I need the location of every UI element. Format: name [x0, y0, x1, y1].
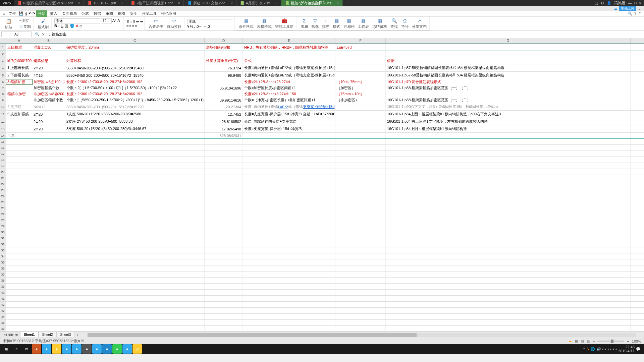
cell[interactable]	[386, 145, 631, 150]
cell[interactable]	[243, 247, 335, 253]
cell[interactable]: 个数：[（5850-200-250-1.5*700*2）/200+1]ᵀ+[（8…	[65, 97, 205, 103]
cell[interactable]: 16G101-1 p84上图：楼层框架梁KL纵向钢筋构造，p90右下角文字注3	[386, 111, 631, 118]
cell[interactable]	[6, 320, 32, 325]
row-header[interactable]: 45	[0, 320, 6, 325]
row-header[interactable]: 25	[0, 199, 6, 205]
cell[interactable]	[205, 157, 243, 163]
cell[interactable]	[243, 169, 335, 175]
cell[interactable]	[205, 181, 243, 187]
start-button[interactable]: ⊞	[1, 344, 11, 354]
row-header[interactable]: 8	[0, 91, 6, 97]
table-fmt-button[interactable]: ▦表格样式	[256, 17, 273, 30]
cell[interactable]	[6, 314, 32, 319]
cell[interactable]	[386, 211, 631, 217]
taskbar-app-5[interactable]: ●	[72, 344, 82, 354]
cell[interactable]	[243, 199, 335, 205]
doc-tab-3[interactable]: 📘新建 DOC 文档.doc×	[184, 0, 236, 6]
cell[interactable]	[335, 187, 386, 193]
cell[interactable]	[6, 125, 32, 132]
cell[interactable]: 2Φ20	[32, 64, 65, 71]
select-all-corner[interactable]	[0, 38, 6, 43]
cell[interactable]	[65, 199, 205, 205]
cell[interactable]	[335, 157, 386, 163]
filter-button[interactable]: ▽筛选	[310, 17, 320, 30]
cell[interactable]	[243, 253, 335, 259]
cell[interactable]	[335, 133, 386, 138]
percent-icon[interactable]: %	[190, 24, 193, 28]
row-header[interactable]: 10	[0, 103, 6, 110]
col-header-E[interactable]: E	[243, 38, 335, 43]
cell[interactable]	[335, 253, 386, 259]
share-button[interactable]: ↗分享文档	[411, 17, 428, 30]
cell[interactable]	[205, 169, 243, 175]
sheet-button[interactable]: ▦工作表	[357, 17, 370, 30]
cell[interactable]	[335, 169, 386, 175]
cell[interactable]	[386, 217, 631, 223]
view-normal-icon[interactable]: ▦	[575, 339, 578, 343]
cell[interactable]: 5850+8450-200-200+(500-20+15*20)*2=15460	[65, 64, 205, 71]
cell[interactable]	[335, 181, 386, 187]
fill-color-button[interactable]: 🪣	[70, 24, 74, 29]
taskbar-app-4[interactable]: ●	[62, 344, 71, 354]
cell[interactable]: 2Φ20	[32, 118, 65, 125]
cell[interactable]	[335, 103, 386, 110]
cell[interactable]	[335, 265, 386, 271]
row-header[interactable]: 15	[0, 139, 6, 144]
cell[interactable]	[386, 169, 631, 175]
doc-tab-4[interactable]: 📗4月排班表.xlsx×	[236, 0, 281, 6]
cell[interactable]	[243, 259, 335, 265]
col-header-A[interactable]: A	[6, 38, 32, 43]
taskbar-app-2[interactable]: ●	[42, 344, 51, 354]
cell[interactable]	[386, 229, 631, 235]
cell[interactable]: 长度=跨内通长+直锚LaE*2或（弯锚支座宽-保护层+15d)*2	[243, 64, 335, 71]
cell[interactable]	[65, 51, 205, 57]
cell[interactable]	[386, 199, 631, 205]
cell[interactable]	[32, 205, 65, 211]
cell[interactable]	[65, 205, 205, 211]
decrease-font-icon[interactable]: A⁻	[117, 18, 122, 23]
cell[interactable]	[6, 235, 32, 241]
cell[interactable]	[6, 118, 32, 125]
cell[interactable]	[6, 139, 32, 144]
cell[interactable]: 非加密区 Φ8@200（2）	[32, 91, 65, 97]
cell[interactable]	[205, 259, 243, 265]
cell[interactable]	[6, 181, 32, 187]
cell[interactable]	[335, 175, 386, 181]
cell[interactable]	[6, 145, 32, 150]
cell[interactable]	[6, 272, 32, 277]
cell[interactable]	[6, 163, 32, 169]
col-header-F[interactable]: F	[335, 38, 386, 43]
cell[interactable]	[386, 308, 631, 313]
cell[interactable]	[32, 199, 65, 205]
row-header[interactable]: 27	[0, 211, 6, 217]
tray-expand-icon[interactable]: ^	[583, 347, 585, 351]
cell[interactable]	[243, 175, 335, 181]
freeze-button[interactable]: ▦冻结窗格	[371, 17, 388, 30]
cell[interactable]	[205, 163, 243, 169]
cond-fmt-button[interactable]: ▦条件格式	[237, 17, 255, 30]
increase-font-icon[interactable]: A⁺	[112, 18, 117, 23]
menu-icon[interactable]: ≡	[3, 12, 5, 16]
dec-dec-icon[interactable]: ←.0	[203, 24, 210, 28]
cell[interactable]	[386, 278, 631, 283]
row-header[interactable]: 40	[0, 290, 6, 295]
cell[interactable]	[335, 290, 386, 295]
upload-badge[interactable]: 加强上传	[619, 6, 636, 11]
cell[interactable]	[32, 217, 65, 223]
row-header[interactable]: 19	[0, 163, 6, 169]
cell[interactable]	[386, 265, 631, 271]
cell[interactable]	[32, 211, 65, 217]
cell[interactable]	[32, 247, 65, 253]
cell[interactable]	[335, 151, 386, 157]
close-icon[interactable]: ×	[178, 1, 180, 5]
cell[interactable]	[6, 259, 32, 265]
cell[interactable]	[6, 157, 32, 163]
cell[interactable]	[65, 314, 205, 319]
cell[interactable]: 混凝土C30	[32, 44, 65, 51]
fx-icon[interactable]: fx	[42, 32, 45, 37]
cell[interactable]	[386, 290, 631, 295]
taskbar-app-9[interactable]: ●	[112, 344, 122, 354]
cell[interactable]	[205, 193, 243, 199]
cortana-icon[interactable]: ○	[12, 344, 21, 354]
tray-icon-2[interactable]: ▪	[605, 347, 606, 351]
